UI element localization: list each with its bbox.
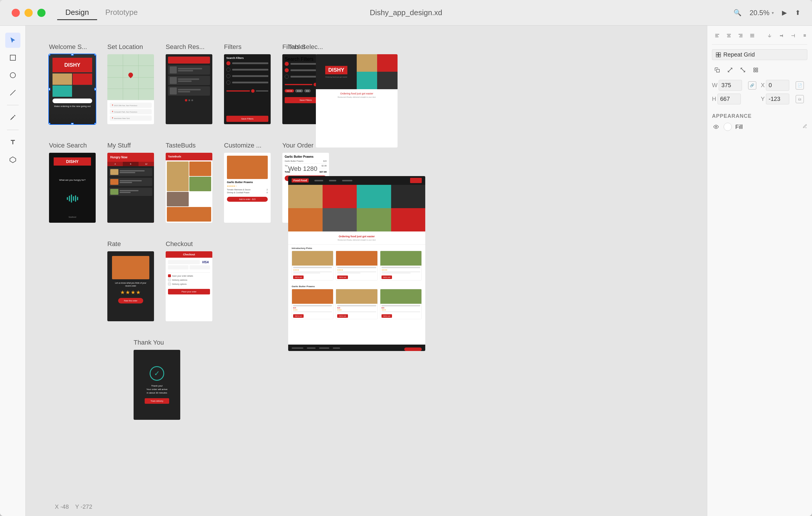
distribute-bottom-icon[interactable]: ≡ [800,30,810,41]
handle-mid-right[interactable] [94,88,96,91]
artboard-label-welcome: Welcome S... [49,43,96,51]
web-hero-6 [323,208,357,232]
food-cell-3 [53,85,72,97]
web-card-5: $15 ★★★ Add to cart [336,289,377,319]
rectangle-tool[interactable] [5,50,21,65]
flip-h-icon[interactable] [725,65,735,75]
distribute-right-icon[interactable]: ⊣ [788,30,798,41]
web-food-img-3 [380,251,422,266]
artboard-frame-customize[interactable]: Garlic Butter Prawns ★★★★☆ Tomato Marina… [224,153,271,223]
minimize-button[interactable] [25,9,33,17]
mystuff-tab-2[interactable]: 6 [123,162,138,166]
handle-top-center[interactable] [71,54,74,56]
handle-bot-right[interactable] [94,123,96,124]
track-delivery-btn[interactable]: Track delivery [145,398,169,404]
search-icon[interactable]: 🔍 [733,9,742,17]
filter-cuisine-label [232,69,268,70]
mystuff-item-3 [109,188,152,196]
flip-v-icon[interactable] [737,65,748,75]
artboard-frame-location[interactable]: 📍 1015 15th Ave, San Francisco 📍 Compark… [107,54,154,124]
select-tool[interactable] [5,33,21,48]
visibility-icon[interactable] [712,123,720,131]
checkout-row-2 [168,265,210,269]
align-left-icon[interactable] [712,30,722,41]
copy-icon[interactable] [712,65,722,75]
lock-aspect-icon[interactable]: 🔗 [748,81,756,90]
web-hero-7 [357,208,391,232]
artboard-frame-thankyou[interactable]: ✓ Thank you!Your order will arrivein abo… [134,350,180,420]
web-tagline-section: Ordering food just got easier Restaurant… [288,232,425,245]
location-input-2[interactable]: 📍 Compark Park, San Francisco [110,109,152,114]
distribute-left-icon[interactable]: ⫝ [764,30,775,41]
svg-point-25 [716,126,717,128]
tab-design[interactable]: Design [57,5,97,20]
handle-top-right[interactable] [94,54,96,56]
place-order-btn[interactable]: Place your order [168,289,210,295]
artboard-frame-checkout[interactable]: Checkout VISA [166,251,212,321]
group-icon[interactable] [750,65,761,75]
pen-tool[interactable] [5,110,21,125]
handle-bot-center[interactable] [71,123,74,124]
stack-icon[interactable]: 🗂 [796,95,804,103]
web-food-rating-2: ★★★★ [337,269,376,271]
customize-rating: ★★★★☆ [227,185,268,187]
rate-submit-btn[interactable]: Rate this order [118,298,143,303]
artboard-frame-mystuff[interactable]: Hungry Now 4 6 12 [107,153,154,223]
mystuff-thumb-1 [110,169,118,175]
h-input[interactable] [718,94,741,104]
page-icon[interactable]: 📄 [796,81,804,90]
component-tool[interactable] [5,152,21,167]
artboard-frame-rate[interactable]: Let us know what you think of your recen… [107,251,154,321]
x-input[interactable] [766,80,789,91]
repeat-grid-button[interactable]: Repeat Grid [712,49,807,60]
artboard-frame-voice[interactable]: DISHY What are you hungry for? [49,153,96,223]
artboard-frame-tastebuds[interactable]: TasteBuds [166,153,212,223]
web-add-btn-4[interactable]: Add to cart [293,314,303,318]
handle-bot-left[interactable] [49,123,51,124]
location-input-3[interactable]: 📍 downtown New York [110,116,152,121]
web-food-img-4 [292,289,333,304]
align-right-icon[interactable] [735,30,746,41]
handle-top-left[interactable] [49,54,51,56]
web-add-btn-2[interactable]: Add to cart [337,275,348,279]
fill-color-swatch[interactable] [724,123,732,131]
mystuff-tab-3[interactable]: 12 [139,162,154,166]
artboard-frame-filters[interactable]: Search Filters [224,54,271,124]
align-justify-icon[interactable] [747,30,757,41]
text-tool[interactable] [5,135,21,150]
location-input-1[interactable]: 📍 1015 15th Ave, San Francisco [110,102,152,108]
share-icon[interactable]: ⬆ [795,9,800,17]
artboard-label-location: Set Location [107,43,154,51]
mystuff-tab-1[interactable]: 4 [107,162,123,166]
artboard-frame-search[interactable] [166,54,212,124]
line-tool[interactable] [5,85,21,100]
checkout-header: Checkout [166,251,212,258]
distribute-center-icon[interactable]: ⫤ [776,30,787,41]
voice-wave [67,194,78,203]
artboard-frame-tablet[interactable]: DISHY Ordering food just got easier [316,54,398,148]
web-add-btn-3[interactable]: Add to cart [381,275,392,279]
align-center-icon[interactable] [724,30,734,41]
web-add-btn-5[interactable]: Add to cart [337,314,348,318]
mystuff-item-2 [109,178,152,186]
save-filters-btn[interactable]: Save Filters [226,116,268,122]
close-button[interactable] [12,9,20,17]
artboard-frame-welcome[interactable]: DISHY Make ordering in the new going out [49,54,96,124]
circle-tool[interactable] [5,68,21,83]
web-add-btn-6[interactable]: Add to cart [381,314,392,318]
play-icon[interactable]: ▶ [782,9,787,17]
fill-edit-icon[interactable] [803,124,807,130]
w-input[interactable] [719,80,742,91]
add-to-order-btn[interactable]: Add to order - $15 [227,197,268,202]
zoom-control[interactable]: 20.5% ▾ [750,9,774,17]
maximize-button[interactable] [37,9,46,17]
artboard-frame-web[interactable]: Food Food [288,176,425,351]
canvas-area[interactable]: Welcome S... DISHY [26,26,707,516]
artboard-location: Set Location [107,43,154,124]
location-form: 📍 1015 15th Ave, San Francisco 📍 Compark… [107,100,154,124]
tab-prototype[interactable]: Prototype [97,5,146,20]
handle-mid-left[interactable] [49,88,51,91]
web-add-btn-1[interactable]: Add to cart [293,275,303,279]
search-item-2 [168,76,210,85]
y-input[interactable] [766,94,789,104]
